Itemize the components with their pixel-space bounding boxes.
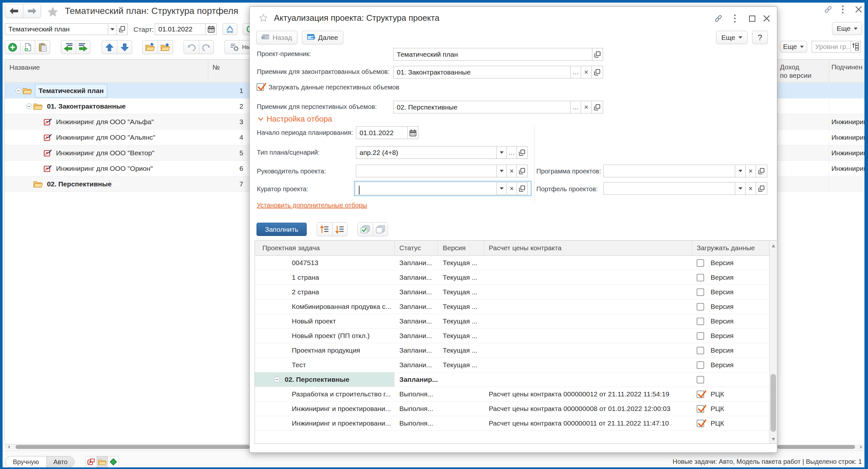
- forward-button[interactable]: [23, 4, 41, 18]
- curator-clear-button[interactable]: ×: [506, 182, 517, 195]
- scroll-right-icon[interactable]: [860, 445, 863, 448]
- contracted-input[interactable]: 01. Законтрактованные: [393, 66, 571, 79]
- outdent-button[interactable]: [61, 40, 76, 54]
- main-link-icon[interactable]: [824, 5, 833, 13]
- column-header-name[interactable]: Название: [9, 63, 40, 71]
- load-data-checkbox[interactable]: [697, 347, 704, 354]
- period-input[interactable]: 01.01.2022: [356, 126, 408, 139]
- task-row[interactable]: Тест Заплани... Текущая ... Версия: [255, 358, 770, 373]
- tasks-vscrollbar[interactable]: [769, 240, 777, 443]
- next-step-button[interactable]: Далее: [302, 31, 343, 45]
- task-row[interactable]: 0047513 Заплани... Текущая ... Версия: [255, 256, 770, 270]
- program-clear-button[interactable]: ×: [745, 165, 756, 177]
- portfolio-open-button[interactable]: [755, 182, 767, 195]
- plan-type-select-button[interactable]: ...: [506, 146, 517, 159]
- portfolio-input[interactable]: [603, 182, 735, 195]
- curator-input[interactable]: [355, 182, 497, 195]
- main-kebab-icon[interactable]: [841, 5, 845, 13]
- right-table-row[interactable]: Инжиниринг: [777, 130, 864, 145]
- right-table-row[interactable]: Инжиниринг: [777, 161, 864, 176]
- collapse-icon[interactable]: [26, 104, 32, 109]
- manager-clear-button[interactable]: ×: [506, 165, 517, 177]
- tree-hscrollbar[interactable]: [4, 444, 250, 449]
- view-projects-button[interactable]: [86, 457, 96, 467]
- task-row[interactable]: Разработка и строительство г... Выполня.…: [255, 387, 770, 402]
- section-collapse-icon[interactable]: [258, 117, 264, 121]
- task-row[interactable]: Инжиниринг и проектировани... Выполня...…: [255, 402, 770, 416]
- plan-type-dropdown-button[interactable]: [497, 146, 507, 159]
- load-data-checkbox[interactable]: [697, 274, 704, 281]
- column-header-num[interactable]: №: [213, 63, 220, 71]
- extra-filters-link[interactable]: Установить дополнительные отборы: [257, 202, 367, 209]
- move-down-button[interactable]: [117, 40, 132, 54]
- start-date-calendar-button[interactable]: [205, 23, 217, 35]
- redo-button[interactable]: [199, 40, 213, 54]
- task-row[interactable]: Инжиниринг и проектировани... Выполня...…: [255, 416, 770, 431]
- curator-dropdown-button[interactable]: [497, 182, 507, 195]
- manager-open-button[interactable]: [517, 165, 528, 177]
- group-levels-button[interactable]: [850, 41, 861, 53]
- load-data-checkbox[interactable]: [697, 420, 704, 427]
- manager-input[interactable]: [356, 165, 497, 177]
- column-header-status[interactable]: Статус: [399, 244, 421, 252]
- manager-dropdown-button[interactable]: [497, 165, 507, 177]
- view-folders-button[interactable]: [96, 457, 107, 467]
- portfolio-clear-button[interactable]: ×: [745, 182, 756, 195]
- load-data-checkbox[interactable]: [697, 259, 704, 267]
- paste-button[interactable]: [35, 40, 50, 54]
- tree-row[interactable]: Тематический план 1: [5, 83, 250, 98]
- task-row[interactable]: 2 страна Заплани... Текущая ... Версия: [255, 285, 770, 299]
- check-all-button[interactable]: [358, 223, 373, 236]
- right-table-row[interactable]: [777, 176, 864, 192]
- program-open-button[interactable]: [755, 165, 767, 177]
- perspective-input[interactable]: 02. Перспективные: [393, 101, 571, 113]
- dialog-maximize-icon[interactable]: [748, 15, 756, 22]
- load-data-checkbox[interactable]: [697, 405, 704, 413]
- plan-combo-open-button[interactable]: [117, 23, 128, 35]
- load-data-checkbox[interactable]: [697, 390, 704, 398]
- load-data-checkbox[interactable]: [697, 318, 704, 325]
- scroll-down-icon[interactable]: [772, 438, 775, 441]
- dialog-link-icon[interactable]: [714, 14, 723, 22]
- section-header[interactable]: Настройка отбора: [267, 114, 332, 123]
- main-more-button[interactable]: Еще: [832, 22, 862, 35]
- right-hscrollbar-thumb[interactable]: [777, 445, 855, 449]
- right-table-row[interactable]: [777, 83, 864, 98]
- mode-manual-button[interactable]: Вручную: [5, 457, 46, 467]
- tree-hscrollbar-thumb[interactable]: [16, 445, 250, 449]
- tree-row[interactable]: 02. Перспективные 7: [5, 176, 250, 192]
- group-levels-input[interactable]: Уровни гр...: [812, 41, 851, 53]
- indent-button[interactable]: [76, 40, 90, 54]
- load-perspective-label[interactable]: Загружать данные перспективных объемов: [269, 84, 399, 91]
- table-more-button[interactable]: Еще: [780, 41, 807, 53]
- load-data-checkbox[interactable]: [697, 289, 704, 296]
- contracted-select-button[interactable]: ...: [570, 66, 581, 79]
- plan-type-input[interactable]: апр.22 (4+8): [356, 146, 497, 159]
- plan-combo-dropdown-button[interactable]: [108, 23, 117, 35]
- collapse-icon[interactable]: [274, 377, 280, 382]
- task-row[interactable]: Проектная продукция Заплани... Текущая .…: [255, 343, 770, 358]
- back-step-button[interactable]: Назад: [256, 31, 297, 45]
- receiver-input[interactable]: Тематический план: [393, 48, 592, 61]
- dialog-star-icon[interactable]: [259, 13, 268, 22]
- column-header-load[interactable]: Загружать данные: [697, 244, 755, 252]
- dialog-help-button[interactable]: ?: [752, 31, 768, 44]
- favorite-star-icon[interactable]: [47, 6, 58, 17]
- move-into-group-button[interactable]: [158, 40, 173, 54]
- receiver-open-button[interactable]: [592, 48, 603, 61]
- period-calendar-button[interactable]: [407, 126, 418, 139]
- move-out-of-group-button[interactable]: [143, 40, 158, 54]
- task-row[interactable]: Новый проект Заплани... Текущая ... Верс…: [255, 314, 770, 329]
- view-milestones-button[interactable]: [107, 457, 119, 467]
- main-close-icon[interactable]: [855, 5, 863, 13]
- dialog-kebab-icon[interactable]: [733, 14, 737, 23]
- right-table-row[interactable]: [777, 98, 864, 114]
- move-up-button[interactable]: [102, 40, 117, 54]
- load-data-checkbox[interactable]: [697, 361, 704, 369]
- right-table-row[interactable]: Инжиниринг: [777, 114, 864, 130]
- perspective-open-button[interactable]: [591, 101, 603, 113]
- tree-row[interactable]: Инжиниринг для ООО "Альянс" 4: [5, 130, 250, 145]
- task-row[interactable]: Новый проект (ПП откл.) Заплани... Текущ…: [255, 329, 770, 343]
- tree-row[interactable]: Инжиниринг для ООО "Вектор" 5: [5, 145, 250, 161]
- start-date-input[interactable]: 01.01.2022: [155, 23, 206, 35]
